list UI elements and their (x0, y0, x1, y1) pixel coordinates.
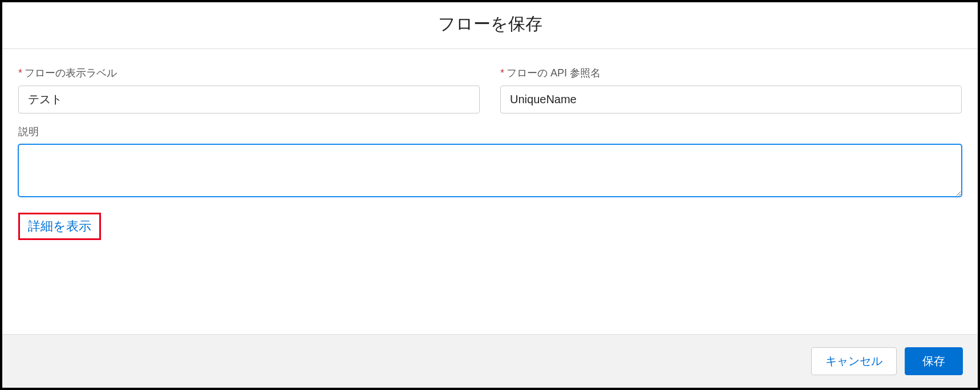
display-label-label: *フローの表示ラベル (18, 66, 480, 80)
field-description: 説明 (18, 125, 962, 197)
description-label: 説明 (18, 125, 962, 139)
dialog-footer: キャンセル 保存 (2, 334, 978, 388)
field-row-top: *フローの表示ラベル *フローの API 参照名 (18, 66, 962, 113)
dialog-title: フローを保存 (2, 13, 978, 36)
api-name-label: *フローの API 参照名 (500, 66, 962, 80)
required-asterisk: * (500, 67, 504, 79)
api-name-input[interactable] (500, 86, 962, 113)
save-flow-dialog: フローを保存 *フローの表示ラベル *フローの API 参照名 説明 詳細を表示 (0, 0, 980, 390)
dialog-body: *フローの表示ラベル *フローの API 参照名 説明 詳細を表示 (2, 49, 978, 334)
dialog-header: フローを保存 (2, 2, 978, 49)
api-name-text: フローの API 参照名 (507, 67, 601, 79)
display-label-text: フローの表示ラベル (25, 67, 117, 79)
save-button[interactable]: 保存 (905, 347, 963, 375)
display-label-input[interactable] (18, 86, 480, 113)
required-asterisk: * (18, 67, 22, 79)
show-details-highlight: 詳細を表示 (18, 213, 101, 240)
field-api-name: *フローの API 参照名 (500, 66, 962, 113)
description-textarea[interactable] (18, 144, 962, 197)
cancel-button[interactable]: キャンセル (811, 347, 897, 375)
show-details-link[interactable]: 詳細を表示 (28, 219, 91, 233)
field-display-label: *フローの表示ラベル (18, 66, 480, 113)
